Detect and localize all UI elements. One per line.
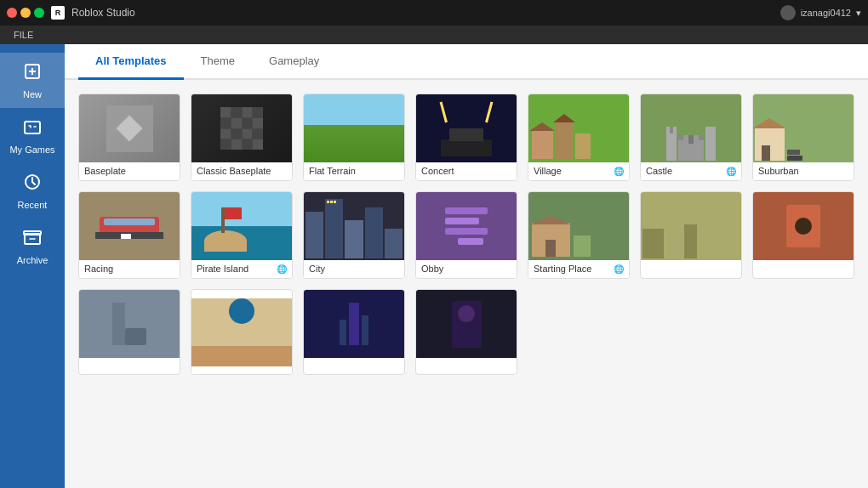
template-label-racing: Racing: [79, 260, 180, 278]
template-card-classic-baseplate[interactable]: Classic Baseplate: [191, 94, 293, 181]
close-button[interactable]: [7, 8, 17, 18]
sidebar-item-recent[interactable]: Recent: [0, 163, 65, 218]
template-thumb-row3b: [753, 192, 854, 260]
template-card-racing[interactable]: Racing: [78, 191, 180, 279]
recent-icon: [22, 172, 43, 196]
tab-theme[interactable]: Theme: [184, 44, 252, 80]
template-card-castle[interactable]: Castle 🌐: [640, 94, 742, 181]
template-thumb-suburban: [753, 94, 854, 162]
template-thumb-row3f: [416, 290, 517, 358]
title-bar: R Roblox Studio izanagi0412 ▾: [0, 0, 868, 26]
template-card-flat-terrain[interactable]: Flat Terrain: [303, 94, 405, 181]
template-thumb-row3d: [191, 298, 292, 366]
sidebar-item-archive[interactable]: Archive: [0, 218, 65, 274]
main-layout: New My Games Recent: [0, 44, 868, 488]
app-title: Roblox Studio: [71, 7, 135, 19]
template-label-row3e: [304, 358, 404, 366]
template-card-row3b[interactable]: [752, 191, 854, 279]
template-label-suburban: Suburban: [753, 162, 854, 180]
template-label-starting-place: Starting Place 🌐: [528, 260, 629, 278]
template-card-obby[interactable]: Obby: [415, 191, 517, 279]
tab-all-templates[interactable]: All Templates: [78, 44, 184, 80]
sidebar-item-new[interactable]: New: [0, 53, 65, 108]
template-thumb-flat-terrain: [304, 94, 404, 162]
globe-icon-village: 🌐: [614, 167, 624, 176]
template-label-flat-terrain: Flat Terrain: [304, 162, 404, 180]
template-label-city: City: [304, 260, 404, 278]
template-label-baseplate: Baseplate: [79, 162, 180, 180]
template-card-starting-place[interactable]: Starting Place 🌐: [528, 191, 630, 279]
template-thumb-starting-place: [528, 192, 629, 260]
template-thumb-village: [528, 94, 629, 162]
svg-rect-3: [25, 122, 40, 133]
globe-icon-castle: 🌐: [726, 167, 736, 176]
template-card-concert[interactable]: Concert: [415, 94, 517, 181]
template-card-pirate-island[interactable]: Pirate Island 🌐: [191, 191, 293, 279]
template-card-suburban[interactable]: Suburban: [752, 94, 854, 181]
title-bar-left: R Roblox Studio: [7, 6, 135, 20]
tab-gameplay[interactable]: Gameplay: [252, 44, 336, 80]
template-card-village[interactable]: Village 🌐: [528, 94, 630, 181]
minimize-button[interactable]: [20, 8, 31, 18]
menu-file[interactable]: FILE: [7, 30, 40, 40]
my-games-icon: [22, 116, 43, 141]
template-thumb-city: [304, 192, 404, 260]
template-card-row3e[interactable]: [303, 289, 405, 375]
sidebar: New My Games Recent: [0, 44, 65, 488]
template-card-row3a[interactable]: [640, 191, 742, 279]
tabs-bar: All Templates Theme Gameplay: [65, 44, 868, 80]
template-label-pirate-island: Pirate Island 🌐: [191, 260, 292, 278]
sidebar-item-new-label: New: [23, 89, 42, 99]
maximize-button[interactable]: [34, 8, 44, 18]
template-card-baseplate[interactable]: Baseplate: [78, 94, 180, 181]
content-area: All Templates Theme Gameplay: [65, 44, 868, 488]
template-label-row3b: [753, 260, 854, 268]
template-label-concert: Concert: [416, 162, 517, 180]
template-label-castle: Castle 🌐: [641, 162, 741, 180]
template-thumb-classic-baseplate: [191, 94, 292, 162]
sidebar-item-my-games-label: My Games: [9, 145, 54, 155]
sidebar-item-recent-label: Recent: [18, 200, 48, 210]
app-logo: R: [51, 6, 65, 20]
template-label-row3f: [416, 358, 517, 366]
template-thumb-concert: [416, 94, 517, 162]
globe-icon-pirate: 🌐: [277, 264, 287, 274]
templates-grid: Baseplate: [78, 94, 854, 375]
window-controls[interactable]: [7, 8, 44, 18]
user-dropdown-icon[interactable]: ▾: [856, 8, 861, 19]
template-thumb-row3e: [304, 290, 404, 358]
template-card-city[interactable]: City: [303, 191, 405, 279]
username: izanagi0412: [801, 8, 851, 18]
template-label-row3a: [641, 260, 741, 268]
new-icon: [22, 61, 43, 86]
template-card-row3f[interactable]: [415, 289, 517, 375]
template-thumb-obby: [416, 192, 517, 260]
template-label-classic-baseplate: Classic Baseplate: [191, 162, 292, 180]
template-thumb-racing: [79, 192, 180, 260]
menu-bar: FILE: [0, 26, 868, 44]
user-area[interactable]: izanagi0412 ▾: [780, 5, 861, 20]
template-label-village: Village 🌐: [528, 162, 629, 180]
template-label-row3d: [191, 366, 292, 374]
sidebar-item-archive-label: Archive: [17, 255, 49, 265]
sidebar-item-my-games[interactable]: My Games: [0, 108, 65, 163]
template-thumb-castle: [641, 94, 741, 162]
svg-point-4: [35, 127, 36, 128]
templates-scroll[interactable]: Baseplate: [65, 80, 868, 488]
template-label-row3c: [79, 358, 180, 366]
avatar: [780, 5, 796, 20]
template-card-row3d[interactable]: [191, 289, 293, 375]
template-thumb-pirate-island: [191, 192, 292, 260]
template-label-obby: Obby: [416, 260, 517, 278]
template-thumb-row3a: [641, 192, 741, 260]
template-thumb-row3c: [79, 290, 180, 358]
template-card-row3c[interactable]: [78, 289, 180, 375]
globe-icon-starting: 🌐: [614, 264, 624, 274]
template-thumb-baseplate: [79, 94, 180, 162]
archive-icon: [22, 227, 43, 252]
